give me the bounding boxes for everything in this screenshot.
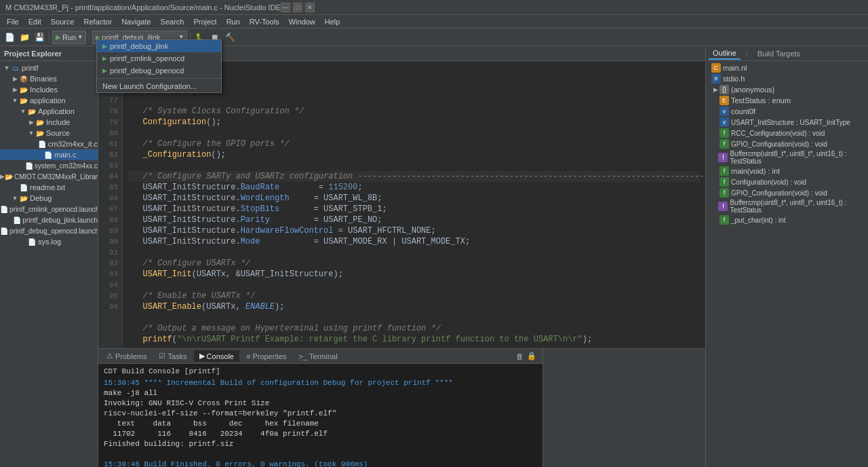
tab-tasks[interactable]: ☑ Tasks (153, 350, 192, 362)
console-header: CDT Build Console [printf] (104, 367, 537, 377)
close-button[interactable]: ✕ (305, 3, 315, 12)
outline-label-main: main(void) : int (731, 167, 780, 175)
outline-main-nl[interactable]: C main.nl (706, 62, 868, 73)
code-line-87 (128, 312, 700, 323)
tree-label-includes: Includes (30, 86, 58, 94)
tree-openocd[interactable]: 📄 printf_debug_openocd.launch (0, 225, 98, 236)
title-bar-title: M CM32M433R_Pj - printf/application/Appl… (5, 3, 281, 12)
outline-putchar[interactable]: f _put_char(int) : int (706, 214, 868, 225)
jlink-icon: 📄 (13, 215, 21, 225)
save-button[interactable]: 💾 (33, 31, 46, 44)
run-label: Run (62, 33, 76, 41)
menu-refactor[interactable]: Refactor (80, 16, 117, 27)
outline-icon-teststatus: E (719, 96, 729, 105)
menu-source[interactable]: Source (47, 16, 79, 27)
menu-edit[interactable]: Edit (24, 16, 45, 27)
tree-system[interactable]: 📄 system_cm32m4xx.c (0, 160, 98, 171)
maximize-button[interactable]: □ (293, 3, 302, 12)
tab-outline[interactable]: Outline (709, 48, 741, 60)
tree-syslog[interactable]: 📄 sys.log (0, 236, 98, 247)
code-editor[interactable]: /* Main function (void) /* System Clocks… (123, 61, 705, 348)
tree-label-source: Source (46, 129, 70, 137)
console-line-2: Invoking: GNU RISC-V Cross Print Size (104, 398, 537, 409)
tree-jlink[interactable]: 📄 printf_debug_jlink.launch (0, 214, 98, 225)
menu-project[interactable]: Project (189, 16, 220, 27)
outline-buffercmp2[interactable]: f Buffercmp(uint8_t*, uint8_t*, uint16_t… (706, 198, 868, 214)
new-button[interactable]: 📄 (3, 31, 16, 44)
tab-build-targets[interactable]: Build Targets (753, 48, 804, 59)
outline-gpio-config[interactable]: f GPIO_Configuration(void) : void (706, 138, 868, 149)
outline-label-gpio2: GPIO_Configuration(void) : void (731, 189, 827, 197)
tree-label-jlink: printf_debug_jlink.launch (22, 217, 98, 224)
tree-source[interactable]: ▼ 📂 Source (0, 128, 98, 138)
outline-rcc-config[interactable]: f RCC_Configuration(void) : void (706, 128, 868, 138)
application-folder-icon: 📂 (19, 96, 28, 105)
tree-Application[interactable]: ▼ 📂 Application (0, 106, 98, 117)
tree-readme[interactable]: 📄 readme.txt (0, 182, 98, 193)
bottom-main: ⚠ Problems ☑ Tasks ▶ Console ≡ Propertie… (98, 349, 542, 467)
tree-binaries[interactable]: ▶ 📦 Binaries (0, 73, 98, 84)
dropdown-icon-0: ▶ (102, 43, 107, 50)
dropdown-separator (97, 78, 221, 79)
bottom-tabs: ⚠ Problems ☑ Tasks ▶ Console ≡ Propertie… (98, 349, 542, 364)
console-line-7 (104, 449, 537, 460)
menu-run[interactable]: Run (222, 16, 244, 27)
menu-navigate[interactable]: Navigate (117, 16, 155, 27)
tree-label-application: application (30, 96, 66, 105)
tree-mainc[interactable]: 📄 main.c (0, 149, 98, 160)
tree-arrow-includes: ▶ (11, 86, 19, 93)
menu-help[interactable]: Help (321, 16, 344, 27)
source-icon: 📂 (35, 128, 45, 138)
tree-printf[interactable]: ▼ 🗂 printf (0, 62, 98, 73)
open-button[interactable]: 📁 (18, 31, 31, 44)
clear-console-button[interactable]: 🗑 (514, 351, 525, 362)
outline-gpio2[interactable]: f GPIO_Configuration(void) : void (706, 187, 868, 198)
tab-problems[interactable]: ⚠ Problems (101, 350, 152, 362)
code-line-83b: USART_Init(USARTx, &USART_InitStructure)… (128, 269, 700, 280)
tree-cmlink[interactable]: 📄 printf_cmlink_openocd.launch (0, 204, 98, 214)
new-launch-config-button[interactable]: New Launch Configuration... (97, 80, 221, 92)
console-line-1: make -j8 all (104, 388, 537, 398)
dropdown-item-0[interactable]: ▶ printf_debug_jlink (97, 40, 221, 52)
tab-properties[interactable]: ≡ Properties (241, 351, 292, 362)
tree-cmiot[interactable]: ▶ 📂 CMIOT.CM32M4xxR_Library (0, 171, 98, 182)
outline-count0f[interactable]: v count0f (706, 106, 868, 117)
menu-search[interactable]: Search (157, 16, 189, 27)
build-button[interactable]: 🔨 (223, 31, 237, 44)
outline-config-void[interactable]: f Configuration(void) : void (706, 176, 868, 187)
tree-include[interactable]: ▶ 📂 Include (0, 117, 98, 128)
console-line-8: 15:30:46 Build Finished. 0 errors, 0 war… (104, 460, 537, 467)
dropdown-item-1[interactable]: ▶ printf_cmlink_openocd (97, 52, 221, 64)
tree-application-folder[interactable]: ▼ 📂 application (0, 95, 98, 106)
dropdown-item-2[interactable]: ▶ printf_debug_openocd (97, 64, 221, 77)
code-line-77b: USART_InitStructure.StopBits = USART_STP… (128, 204, 700, 214)
outline-buffercmp[interactable]: f Buffercmp(uint8_t*, uint8_t*, uint16_t… (706, 149, 868, 166)
minimize-button[interactable]: — (281, 3, 290, 12)
tree-debug[interactable]: ▼ 📂 Debug (0, 193, 98, 204)
scroll-lock-button[interactable]: 🔒 (526, 351, 537, 362)
dropdown-label-0: printf_debug_jlink (110, 42, 168, 50)
outline-stdio[interactable]: # stdio.h (706, 73, 868, 84)
outline-label-config-void: Configuration(void) : void (731, 179, 806, 186)
outline-anonymous[interactable]: ▶ {} (anonymous) (706, 84, 868, 95)
tree-cm32[interactable]: 📄 cm32m4xx_it.c (0, 138, 98, 149)
outline-usart[interactable]: v USART_InitStructure : USART_InitType (706, 117, 868, 128)
menu-window[interactable]: Window (285, 16, 319, 27)
tab-console[interactable]: ▶ Console (194, 350, 239, 362)
separator-2 (89, 32, 90, 43)
tab-terminal[interactable]: >_ Terminal (294, 351, 343, 362)
outline-teststatus[interactable]: E TestStatus : enum (706, 95, 868, 106)
console-line-0: 15:30:45 **** Incremental Build of confi… (104, 378, 537, 388)
project-explorer-title: Project Explorer (4, 50, 62, 58)
outline-main[interactable]: f main(void) : int (706, 166, 868, 176)
tree-label-readme: readme.txt (30, 183, 65, 191)
tasks-icon: ☑ (159, 352, 165, 360)
bottom-layout: ⚠ Problems ☑ Tasks ▶ Console ≡ Propertie… (98, 348, 705, 467)
menu-rvtools[interactable]: RV-Tools (245, 16, 283, 27)
system-icon: 📄 (25, 161, 33, 170)
tree-label-mainc: main.c (54, 151, 76, 159)
code-line-82: _Configuration(); (128, 149, 700, 160)
menu-file[interactable]: File (3, 16, 23, 27)
tree-includes[interactable]: ▶ 📂 Includes (0, 84, 98, 95)
run-button[interactable]: ▶ Run ▼ (52, 31, 86, 44)
